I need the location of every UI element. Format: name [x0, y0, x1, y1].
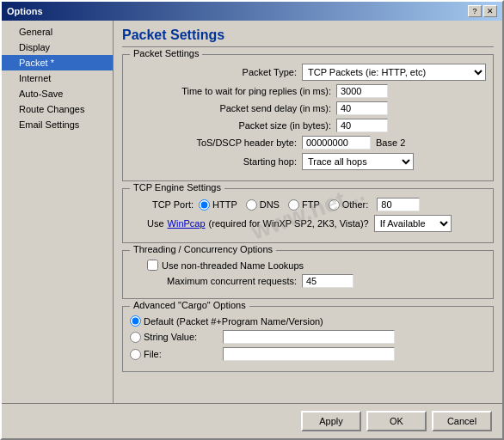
starting-hop-select[interactable]: Trace all hops: [302, 153, 414, 170]
packet-size-input[interactable]: [336, 119, 388, 132]
max-concurrent-row: Maximum concurrent requests:: [130, 274, 486, 288]
sidebar-item-internet[interactable]: Internet: [2, 70, 113, 86]
bottom-bar: Apply OK Cancel: [2, 403, 502, 438]
cargo-string-input[interactable]: [223, 330, 395, 344]
ping-wait-label: Time to wait for ping replies (in ms):: [130, 86, 336, 96]
packet-type-label: Packet Type:: [130, 67, 302, 77]
cargo-group-title: Advanced "Cargo" Options: [130, 300, 249, 310]
help-button[interactable]: ?: [468, 5, 482, 17]
tos-label: ToS/DSCP header byte:: [130, 138, 302, 148]
apply-button[interactable]: Apply: [301, 411, 361, 431]
cargo-group: Advanced "Cargo" Options Default (Packet…: [122, 306, 494, 372]
cargo-file-row: File:: [130, 347, 486, 361]
tcp-engine-group: TCP Engine Settings TCP Port: HTTP DNS: [122, 188, 494, 243]
tcp-engine-group-title: TCP Engine Settings: [130, 182, 224, 192]
radio-ftp-label[interactable]: FTP: [288, 199, 320, 211]
tos-input[interactable]: [302, 136, 371, 150]
starting-hop-row: Starting hop: Trace all hops: [130, 153, 486, 170]
packet-settings-group: Packet Settings Packet Type: TCP Packets…: [122, 54, 494, 181]
sidebar: General Display Packet * Internet Auto-S…: [2, 21, 114, 403]
cargo-file-radio[interactable]: [130, 349, 141, 360]
sidebar-item-emailsettings[interactable]: Email Settings: [2, 117, 113, 132]
radio-http-label[interactable]: HTTP: [199, 199, 237, 211]
max-concurrent-input[interactable]: [302, 274, 353, 288]
starting-hop-label: Starting hop:: [130, 156, 302, 167]
send-delay-input[interactable]: [336, 101, 388, 115]
cancel-button[interactable]: Cancel: [432, 411, 492, 431]
non-threaded-checkbox[interactable]: [147, 260, 158, 271]
cargo-default-label[interactable]: Default (Packet #+Program Name/Version): [130, 315, 323, 327]
title-bar-buttons: ? ✕: [468, 5, 497, 17]
cargo-file-input[interactable]: [223, 347, 395, 361]
tos-row: ToS/DSCP header byte: Base 2: [130, 136, 486, 150]
main-content: General Display Packet * Internet Auto-S…: [2, 21, 502, 403]
non-threaded-label: Use non-threaded Name Lookups: [162, 260, 304, 271]
non-threaded-row: Use non-threaded Name Lookups: [147, 260, 486, 271]
window-title: Options: [7, 6, 43, 16]
tcp-port-label: TCP Port:: [130, 199, 199, 210]
radio-other[interactable]: [329, 199, 340, 211]
threading-group: Threading / Concurrency Options Use non-…: [122, 250, 494, 299]
packet-type-select[interactable]: TCP Packets (ie: HTTP, etc): [302, 64, 486, 81]
sidebar-item-packet[interactable]: Packet *: [2, 55, 113, 70]
winpcap-prefix: Use: [147, 218, 164, 229]
cargo-file-radio-label[interactable]: File:: [130, 349, 216, 360]
radio-ftp[interactable]: [288, 199, 299, 211]
sidebar-item-routechanges[interactable]: Route Changes: [2, 101, 113, 117]
cargo-default-radio[interactable]: [130, 315, 141, 327]
ping-wait-input[interactable]: [336, 84, 388, 98]
ok-button[interactable]: OK: [366, 411, 427, 431]
packet-type-row: Packet Type: TCP Packets (ie: HTTP, etc): [130, 64, 486, 81]
sidebar-item-autosave[interactable]: Auto-Save: [2, 86, 113, 101]
winpcap-select[interactable]: If Available: [374, 215, 452, 232]
send-delay-row: Packet send delay (in ms):: [130, 101, 486, 115]
base-label: Base 2: [376, 138, 405, 148]
packet-size-label: Packet size (in bytes):: [130, 120, 336, 131]
close-button[interactable]: ✕: [483, 5, 497, 17]
radio-dns[interactable]: [246, 199, 257, 211]
sidebar-item-general[interactable]: General: [2, 24, 113, 40]
packet-size-row: Packet size (in bytes):: [130, 119, 486, 132]
tcp-port-radio-group: HTTP DNS FTP: [199, 198, 420, 211]
other-port-input[interactable]: [377, 198, 420, 211]
send-delay-label: Packet send delay (in ms):: [130, 103, 336, 113]
cargo-string-radio-label[interactable]: String Value:: [130, 332, 216, 343]
winpcap-link[interactable]: WinPcap: [168, 218, 206, 229]
tcp-port-row: TCP Port: HTTP DNS: [130, 198, 486, 211]
sidebar-item-display[interactable]: Display: [2, 40, 113, 55]
radio-dns-label[interactable]: DNS: [246, 199, 280, 211]
packet-settings-group-title: Packet Settings: [130, 48, 202, 58]
winpcap-row: Use WinPcap (required for WinXP SP2, 2K3…: [130, 215, 486, 232]
radio-other-label[interactable]: Other:: [329, 199, 369, 211]
cargo-string-radio[interactable]: [130, 332, 141, 343]
content-area: Packet Settings Packet Settings Packet T…: [114, 21, 502, 403]
cargo-default-row: Default (Packet #+Program Name/Version): [130, 315, 486, 327]
threading-group-title: Threading / Concurrency Options: [130, 244, 276, 254]
max-concurrent-label: Maximum concurrent requests:: [130, 276, 302, 286]
options-window: Options ? ✕ General Display Packet * Int…: [0, 0, 504, 440]
radio-http[interactable]: [199, 199, 210, 211]
cargo-string-row: String Value:: [130, 330, 486, 344]
winpcap-after: (required for WinXP SP2, 2K3, Vista)?: [209, 218, 369, 229]
ping-wait-row: Time to wait for ping replies (in ms):: [130, 84, 486, 98]
title-bar: Options ? ✕: [2, 2, 502, 21]
page-title: Packet Settings: [122, 28, 494, 47]
